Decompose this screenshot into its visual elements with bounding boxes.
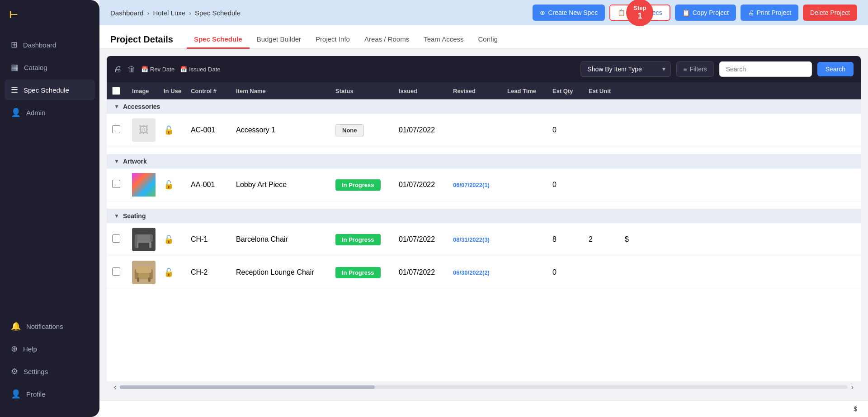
sidebar-item-label: Settings [24, 368, 48, 375]
issued-date: 01/07/2022 [399, 268, 453, 276]
col-status: Status [335, 87, 399, 95]
table-toolbar: 🖨 🗑 📅 Rev Date 📅 Issued Date Show By Ite… [107, 56, 861, 82]
rev-date-icon[interactable]: 📅 Rev Date [141, 66, 175, 73]
item-name[interactable]: Accessory 1 [236, 126, 335, 134]
lock-icon[interactable]: 🔓 [164, 180, 191, 190]
horizontal-scrollbar[interactable]: ‹ › [107, 381, 861, 393]
seating-label: Seating [123, 212, 146, 220]
sidebar-item-label: Help [23, 345, 37, 353]
lock-icon[interactable]: 🔓 [164, 267, 191, 277]
project-tabs: Project Details Spec Schedule Budget Bui… [99, 25, 868, 49]
section-artwork[interactable]: ▼ Artwork [107, 154, 861, 169]
profile-icon: 👤 [11, 389, 21, 399]
sidebar-item-label: Catalog [24, 64, 47, 71]
trash-toolbar-icon[interactable]: 🗑 [127, 65, 136, 74]
col-issued: Issued [399, 87, 453, 95]
est-qty: 0 [552, 126, 589, 134]
tab-spec-schedule[interactable]: Spec Schedule [187, 31, 250, 49]
search-input[interactable] [719, 61, 812, 77]
accessory-image: 🖼 [132, 118, 156, 142]
item-image: 🖼 [132, 118, 164, 142]
issued-calendar-icon: 📅 [180, 66, 187, 73]
row-checkbox [112, 234, 132, 244]
row-checkbox [112, 125, 132, 135]
sidebar-item-dashboard[interactable]: ⊞ Dashboard [5, 34, 95, 55]
help-icon: ⊕ [11, 344, 18, 354]
copy-project-icon: 📋 [682, 9, 690, 16]
item-name[interactable]: Barcelona Chair [236, 235, 335, 244]
artwork-image [132, 173, 156, 197]
sidebar-item-catalog[interactable]: ▦ Catalog [5, 57, 95, 78]
item-image [132, 261, 164, 284]
est-unit: 2 [589, 235, 625, 244]
scroll-thumb [120, 385, 374, 389]
lock-icon[interactable]: 🔓 [164, 125, 191, 135]
row-select-checkbox[interactable] [112, 234, 120, 243]
table-row: 🖼 🔓 AC-001 Accessory 1 None 01/07/2022 0 [107, 114, 861, 147]
barcelona-chair-image [132, 228, 156, 251]
revised-date-link[interactable]: 06/30/2022(2) [453, 269, 507, 276]
col-lead-time: Lead Time [507, 87, 552, 95]
lounge-chair-image [132, 261, 156, 284]
sidebar-item-notifications[interactable]: 🔔 Notifications [5, 316, 95, 337]
lock-icon[interactable]: 🔓 [164, 234, 191, 244]
svg-rect-14 [136, 267, 151, 273]
artwork-arrow-icon: ▼ [114, 158, 119, 164]
create-new-spec-button[interactable]: ⊕ Create New Spec [533, 5, 605, 21]
print-icon: 🖨 [748, 9, 754, 16]
sidebar-bottom: 🔔 Notifications ⊕ Help ⚙ Settings 👤 Prof… [0, 311, 99, 417]
status-none-badge: None [335, 124, 364, 136]
breadcrumb-hotel[interactable]: Hotel Luxe [153, 9, 185, 17]
catalog-icon: ▦ [11, 62, 19, 72]
row-select-checkbox[interactable] [112, 125, 120, 133]
print-project-button[interactable]: 🖨 Print Project [741, 5, 798, 21]
calendar-icon: 📅 [141, 66, 148, 73]
table-row: 🔓 AA-001 Lobby Art Piece In Progress 01/… [107, 169, 861, 201]
table-row: 🔓 CH-1 Barcelona Chair In Progress 01/07… [107, 223, 861, 256]
issued-date: 01/07/2022 [399, 235, 453, 244]
sidebar-item-settings[interactable]: ⚙ Settings [5, 361, 95, 382]
section-accessories[interactable]: ▼ Accessories [107, 99, 861, 114]
breadcrumb-spec[interactable]: Spec Schedule [195, 9, 241, 17]
sidebar-item-spec-schedule[interactable]: ☰ Spec Schedule [5, 80, 95, 100]
spec-schedule-icon: ☰ [11, 85, 18, 95]
sidebar-item-admin[interactable]: 👤 Admin [5, 102, 95, 123]
filters-button[interactable]: ≡ Filters [676, 61, 713, 77]
select-all-checkbox[interactable] [112, 87, 120, 95]
copy-project-button[interactable]: 📋 Copy Project [675, 5, 736, 21]
breadcrumb-dashboard[interactable]: Dashboard [110, 9, 143, 17]
sidebar-item-label: Admin [26, 109, 46, 117]
revised-date-link[interactable]: 08/31/2022(3) [453, 236, 507, 243]
print-toolbar-icon[interactable]: 🖨 [114, 65, 122, 74]
scroll-right-arrow[interactable]: › [851, 383, 854, 391]
est-qty: 0 [552, 181, 589, 189]
sidebar-logo: ⊢ [0, 0, 99, 34]
row-select-checkbox[interactable] [112, 180, 120, 188]
search-button[interactable]: Search [817, 62, 854, 76]
sidebar-item-help[interactable]: ⊕ Help [5, 338, 95, 359]
tab-project-info[interactable]: Project Info [308, 31, 357, 49]
control-number: CH-2 [191, 268, 236, 276]
tab-areas-rooms[interactable]: Areas / Rooms [357, 31, 416, 49]
section-seating[interactable]: ▼ Seating [107, 209, 861, 223]
status-in-progress-badge: In Progress [335, 267, 381, 278]
issued-date-icon[interactable]: 📅 Issued Date [180, 66, 220, 73]
item-image [132, 228, 164, 251]
tab-config[interactable]: Config [471, 31, 505, 49]
tab-budget-builder[interactable]: Budget Builder [250, 31, 308, 49]
col-control: Control # [191, 87, 236, 95]
accessories-arrow-icon: ▼ [114, 103, 119, 110]
item-name[interactable]: Lobby Art Piece [236, 181, 335, 189]
sidebar-item-profile[interactable]: 👤 Profile [5, 384, 95, 404]
item-name[interactable]: Reception Lounge Chair [236, 268, 335, 276]
project-details-title: Project Details [110, 34, 173, 45]
revised-date-link[interactable]: 06/07/2022(1) [453, 182, 507, 188]
row-select-checkbox[interactable] [112, 267, 120, 276]
scroll-left-arrow[interactable]: ‹ [114, 383, 116, 391]
show-by-dropdown[interactable]: Show By Item Type Show By Room Show By S… [580, 61, 671, 77]
copy-specs-button[interactable]: 📋 Copy Specs [609, 5, 670, 21]
delete-project-button[interactable]: Delete Project [803, 5, 857, 21]
tab-team-access[interactable]: Team Access [416, 31, 471, 49]
svg-rect-13 [148, 277, 151, 282]
row-spacer [107, 201, 861, 209]
